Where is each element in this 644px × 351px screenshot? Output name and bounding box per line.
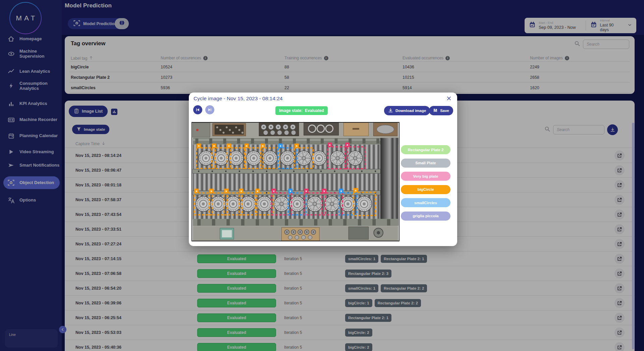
image-state-badge: Image state: Evaluated xyxy=(275,106,328,115)
previous-image-button[interactable] xyxy=(193,105,202,114)
svg-text:x: x xyxy=(329,143,331,147)
svg-text:x: x xyxy=(211,189,213,193)
modal-tag-smallcircles[interactable]: smallCircles xyxy=(401,198,450,207)
download-image-button[interactable]: Download image xyxy=(384,106,430,115)
svg-text:x: x xyxy=(323,189,325,193)
modal-tag-rectangular-plate-2[interactable]: Rectangular Plate 2 xyxy=(401,145,450,154)
svg-text:x: x xyxy=(198,144,200,148)
svg-text:x: x xyxy=(346,143,348,147)
svg-text:x: x xyxy=(228,144,230,148)
cycle-image-modal: Cycle image - Nov 15, 2023 - 08:14:24 Im… xyxy=(189,93,457,246)
svg-text:x: x xyxy=(240,189,243,193)
svg-text:x: x xyxy=(213,144,215,148)
modal-tag-very-big-plate[interactable]: Very big plate xyxy=(401,172,450,181)
svg-text:x: x xyxy=(305,189,307,193)
next-image-button[interactable] xyxy=(205,105,214,114)
modal-tag-griglia-piccola[interactable]: griglia piccola xyxy=(401,212,450,221)
modal-tag-small-plate[interactable]: Small Plate xyxy=(401,159,450,168)
svg-text:x: x xyxy=(262,144,264,148)
cycle-image-with-detections: xxxxxxxxxxxxxxxxxxxx xyxy=(192,122,399,241)
modal-title: Cycle image - Nov 15, 2023 - 08:14:24 xyxy=(194,96,282,102)
svg-text:x: x xyxy=(296,144,298,148)
svg-text:x: x xyxy=(225,189,227,193)
svg-text:x: x xyxy=(340,189,342,193)
svg-text:x: x xyxy=(289,189,291,193)
download-icon xyxy=(388,108,393,114)
svg-text:x: x xyxy=(246,144,248,148)
svg-text:x: x xyxy=(196,189,198,193)
svg-text:x: x xyxy=(257,189,259,193)
modal-tag-bigcircle[interactable]: bigCircle xyxy=(401,185,450,194)
save-icon xyxy=(433,108,438,113)
svg-text:x: x xyxy=(355,188,357,192)
svg-text:x: x xyxy=(279,144,281,148)
close-icon[interactable] xyxy=(446,95,452,101)
svg-text:x: x xyxy=(273,189,275,193)
save-button[interactable]: Save xyxy=(429,106,453,115)
